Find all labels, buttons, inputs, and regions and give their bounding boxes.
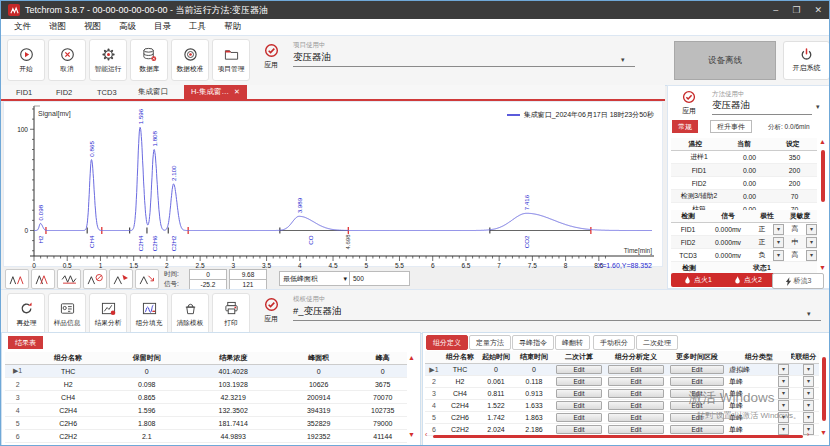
sensitivity-dropdown-icon[interactable]: ▾ xyxy=(806,250,817,261)
peak-merge-button[interactable] xyxy=(31,269,55,289)
scroll-down-icon[interactable]: ▼ xyxy=(408,431,415,438)
edit-analysis-definition-button[interactable]: Edit xyxy=(608,425,664,434)
method-selector[interactable]: 变压器油 xyxy=(712,99,812,115)
method-scrollbar[interactable] xyxy=(821,150,825,202)
type-dropdown-icon[interactable]: ▾ xyxy=(778,376,789,387)
restore-button[interactable]: ❐ xyxy=(792,5,800,15)
device-offline-button[interactable]: 设备离线 xyxy=(674,41,776,80)
apply-template-button[interactable]: 应用 xyxy=(254,297,288,324)
start-button[interactable]: 开始 xyxy=(7,39,45,81)
peak-start-mark-button[interactable] xyxy=(109,269,133,289)
edit-time-ranges-button[interactable]: Edit xyxy=(670,401,724,410)
type-dropdown-icon[interactable]: ▾ xyxy=(778,388,789,399)
calibration-button[interactable]: 数据校准 xyxy=(171,39,209,81)
chromatogram-panel[interactable]: 100000.511.522.533.544.555.566.577.588.5… xyxy=(3,101,663,267)
edit-time-ranges-button[interactable]: Edit xyxy=(670,365,724,374)
definition-vscrollbar[interactable] xyxy=(822,357,826,421)
tab-h-integration-active[interactable]: H-集成窗… ✕ xyxy=(184,85,247,99)
temperature-row[interactable]: FID2 0.00 200 xyxy=(671,177,817,190)
project-manage-button[interactable]: 项目管理 xyxy=(212,39,250,81)
temperature-row[interactable]: FID1 0.00 200 xyxy=(671,164,817,177)
linked-component-dropdown-icon[interactable]: ▾ xyxy=(803,412,814,423)
scroll-left-icon[interactable]: ‹ xyxy=(425,431,427,438)
definition-row[interactable]: ▶1 THC 0 0 Edit Edit Edit 虚拟峰▾ ▾ xyxy=(425,364,819,376)
project-selector[interactable]: 变压器油 xyxy=(293,51,635,67)
linked-component-dropdown-icon[interactable]: ▾ xyxy=(803,364,814,375)
sensitivity-dropdown-icon[interactable]: ▾ xyxy=(806,224,817,235)
type-dropdown-icon[interactable]: ▾ xyxy=(778,412,789,423)
tab-integration-window[interactable]: 集成窗口 xyxy=(131,85,175,99)
edit-secondary-calc-button[interactable]: Edit xyxy=(556,425,603,434)
min-peak-area-value-field[interactable]: 500 xyxy=(349,271,410,286)
menu-item[interactable]: 文件 xyxy=(5,21,40,33)
smart-run-button[interactable]: 智能运行 xyxy=(89,39,127,81)
edit-analysis-definition-button[interactable]: Edit xyxy=(608,413,664,422)
edit-analysis-definition-button[interactable]: Edit xyxy=(608,377,664,386)
tab-close-icon[interactable]: ✕ xyxy=(234,88,240,96)
polarity-dropdown-icon[interactable]: ▾ xyxy=(773,250,784,261)
result-analysis-button[interactable]: 结果分析 xyxy=(89,293,127,335)
chromatogram-plot[interactable]: 100000.511.522.533.544.555.566.577.588.5… xyxy=(4,102,662,272)
edit-secondary-calc-button[interactable]: Edit xyxy=(556,365,603,374)
tab-secondary-processing[interactable]: 二次处理 xyxy=(636,335,678,350)
type-dropdown-icon[interactable]: ▾ xyxy=(778,424,789,435)
temperature-row[interactable]: 进样1 0.00 350 xyxy=(671,151,817,164)
menu-item[interactable]: 高级 xyxy=(110,21,145,33)
menu-item[interactable]: 目录 xyxy=(145,21,180,33)
edit-time-ranges-button[interactable]: Edit xyxy=(670,377,724,386)
linked-component-dropdown-icon[interactable]: ▾ xyxy=(803,388,814,399)
definition-row[interactable]: 4 C2H4 1.522 1.633 Edit Edit Edit 单峰▾ ▾ xyxy=(425,400,819,412)
cancel-button[interactable]: 取消 xyxy=(48,39,86,81)
menu-item[interactable]: 工具 xyxy=(180,21,215,33)
power-on-button[interactable]: 开启系统 xyxy=(783,41,830,80)
tab-manual-integration[interactable]: 手动积分 xyxy=(593,335,635,350)
definition-row[interactable]: 5 C2H6 1.742 1.863 Edit Edit Edit 单峰▾ ▾ xyxy=(425,412,819,424)
tab-fid2[interactable]: FID2 xyxy=(49,85,79,99)
scroll-right-icon[interactable]: › xyxy=(807,431,809,438)
ignite2-button[interactable]: 点火2 xyxy=(721,273,775,287)
detector-row[interactable]: TCD3 0.000mv 负 ▾ 高 ▾ xyxy=(671,249,817,262)
peak-split-button[interactable] xyxy=(5,269,29,289)
database-button[interactable]: 数据库 xyxy=(130,39,168,81)
edit-analysis-definition-button[interactable]: Edit xyxy=(608,389,664,398)
tab-peak-search[interactable]: 寻峰指令 xyxy=(512,335,554,350)
definition-hscrollbar[interactable] xyxy=(433,435,803,438)
min-peak-area-select[interactable]: 最低峰面积 ▾ xyxy=(279,271,351,286)
edit-time-ranges-button[interactable]: Edit xyxy=(670,413,724,422)
scroll-down-icon[interactable]: ▼ xyxy=(819,264,826,271)
edit-analysis-definition-button[interactable]: Edit xyxy=(608,401,664,410)
edit-secondary-calc-button[interactable]: Edit xyxy=(556,413,603,422)
baseline-valley-button[interactable] xyxy=(57,269,81,289)
type-dropdown-icon[interactable]: ▾ xyxy=(778,400,789,411)
tab-regular[interactable]: 常规 xyxy=(672,120,698,133)
sensitivity-dropdown-icon[interactable]: ▾ xyxy=(806,237,817,248)
definition-row[interactable]: 2 H2 0.061 0.118 Edit Edit Edit 单峰▾ ▾ xyxy=(425,376,819,388)
apply-method-button[interactable]: 应用 xyxy=(672,90,706,116)
result-row[interactable]: 4 C2H4 1.596 132.3502 394319 102735 xyxy=(5,404,407,417)
tab-peak-flip[interactable]: 峰翻转 xyxy=(555,335,590,350)
detector-row[interactable]: FID2 0.000mv 正 ▾ 中 ▾ xyxy=(671,236,817,249)
temperature-row[interactable]: 检测3/辅助2 0.00 70 xyxy=(671,190,817,203)
edit-time-ranges-button[interactable]: Edit xyxy=(670,425,724,434)
reprocess-button[interactable]: 再处理 xyxy=(7,293,45,335)
linked-component-dropdown-icon[interactable]: ▾ xyxy=(803,400,814,411)
edit-secondary-calc-button[interactable]: Edit xyxy=(556,389,603,398)
detector-row[interactable]: FID1 0.000mv 正 ▾ 高 ▾ xyxy=(671,223,817,236)
scroll-down-icon[interactable]: ▼ xyxy=(820,429,827,436)
result-row[interactable]: 5 C2H6 1.808 181.7414 352829 79000 xyxy=(5,417,407,430)
edit-time-ranges-button[interactable]: Edit xyxy=(670,389,724,398)
print-button[interactable]: 打印 xyxy=(212,293,250,335)
tab-temp-program[interactable]: 程升事件 xyxy=(710,120,752,133)
result-row[interactable]: 2 H2 0.098 103.1928 10626 3675 xyxy=(5,378,407,391)
result-row[interactable]: ▶1 THC 0 401.4028 0 0 xyxy=(5,365,407,378)
scroll-up-icon[interactable]: ▲ xyxy=(408,354,415,361)
component-fill-button[interactable]: 组分填充 xyxy=(130,293,168,335)
ignite1-button[interactable]: 点火1 xyxy=(671,273,725,287)
clear-template-button[interactable]: 清除模板 xyxy=(171,293,209,335)
definition-row[interactable]: 3 CH4 0.811 0.913 Edit Edit Edit 单峰▾ ▾ xyxy=(425,388,819,400)
tab-component-definition[interactable]: 组分定义 xyxy=(426,335,468,350)
minimize-button[interactable]: – xyxy=(773,5,778,15)
bridge-current-button[interactable]: 桥流3 xyxy=(772,273,824,289)
tab-tcd3[interactable]: TCD3 xyxy=(90,85,124,99)
template-selector[interactable]: #_变压器油 xyxy=(293,305,821,321)
